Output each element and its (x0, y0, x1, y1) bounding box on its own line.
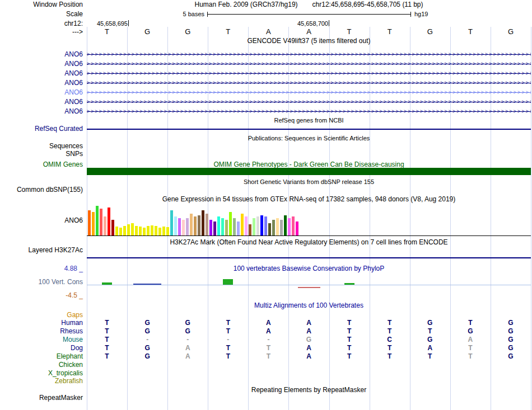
gtex-tissue-bar[interactable] (139, 227, 142, 235)
gencode-transcript-label[interactable]: ANO6 (0, 79, 83, 87)
gtex-tissue-bar[interactable] (92, 212, 95, 235)
gtex-tissue-bar[interactable] (264, 216, 267, 235)
gtex-tissue-bar[interactable] (217, 216, 220, 235)
gtex-tissue-bar[interactable] (237, 222, 240, 235)
gencode-transcript-label[interactable]: ANO6 (0, 70, 83, 77)
gtex-tissue-bar[interactable] (178, 218, 181, 235)
gencode-transcript[interactable]: >>>>>>>>>>>>>>>>>>>>>>>>>>>>>>>>>>>>>>>>… (87, 90, 531, 95)
refseq-curated-label[interactable]: RefSeq Curated (0, 125, 83, 133)
alignment-base: G (185, 328, 190, 335)
gtex-tissue-bar[interactable] (245, 216, 248, 235)
gtex-tissue-bar[interactable] (162, 227, 165, 235)
h3k27ac-label[interactable]: Layered H3K27Ac (0, 247, 83, 254)
gtex-tissue-bar[interactable] (143, 228, 146, 235)
species-label-human[interactable]: Human (0, 319, 83, 327)
gtex-tissue-bar[interactable] (284, 215, 287, 235)
gencode-track-title[interactable]: GENCODE V49lift37 (5 items filtered out) (87, 37, 531, 45)
gtex-tissue-bar[interactable] (155, 226, 157, 235)
gtex-tissue-bar[interactable] (296, 222, 298, 235)
gtex-tissue-bar[interactable] (280, 220, 283, 235)
species-label-mouse[interactable]: Mouse (0, 336, 83, 343)
gtex-tissue-bar[interactable] (166, 227, 169, 235)
gtex-tissue-bar[interactable] (198, 215, 200, 235)
gtex-tissue-bar[interactable] (206, 214, 208, 235)
gtex-tissue-bar[interactable] (249, 224, 251, 235)
gtex-track-title[interactable]: Gene Expression in 54 tissues from GTEx … (87, 196, 531, 203)
gtex-tissue-bar[interactable] (194, 216, 197, 235)
repeatmasker-label[interactable]: RepeatMasker (0, 394, 83, 402)
gencode-transcript[interactable]: >>>>>>>>>>>>>>>>>>>>>>>>>>>>>>>>>>>>>>>>… (87, 71, 531, 76)
gtex-tissue-bar[interactable] (253, 218, 255, 235)
publications-track-title[interactable]: Publications: Sequences in Scientific Ar… (87, 135, 531, 142)
gtex-tissue-bar[interactable] (276, 218, 279, 235)
gtex-tissue-bar[interactable] (88, 210, 91, 235)
repeatmasker-track-title[interactable]: Repeating Elements by RepeatMasker (87, 387, 531, 394)
gtex-tissue-bar[interactable] (233, 218, 236, 235)
sequences-label[interactable]: Sequences (0, 143, 83, 150)
phylop-track-title[interactable]: 100 vertebrates Basewise Conservation by… (87, 265, 531, 272)
gtex-tissue-bar[interactable] (131, 223, 134, 235)
gtex-tissue-bar[interactable] (147, 226, 150, 235)
gtex-gene-label[interactable]: ANO6 (0, 217, 83, 224)
gencode-transcript-label[interactable]: ANO6 (0, 60, 83, 68)
gtex-tissue-bar[interactable] (158, 228, 161, 235)
gtex-tissue-bar[interactable] (108, 208, 110, 235)
omim-genes-label[interactable]: OMIM Genes (0, 161, 83, 168)
gtex-tissue-bar[interactable] (123, 226, 126, 235)
gencode-transcript[interactable]: >>>>>>>>>>>>>>>>>>>>>>>>>>>>>>>>>>>>>>>>… (87, 109, 531, 114)
assembly-title: Human Feb. 2009 (GRCh37/hg19) (194, 1, 297, 8)
gtex-tissue-bar[interactable] (119, 228, 122, 235)
gtex-tissue-bar[interactable] (202, 210, 204, 235)
gtex-tissue-bar[interactable] (229, 212, 232, 235)
gencode-transcript[interactable]: >>>>>>>>>>>>>>>>>>>>>>>>>>>>>>>>>>>>>>>>… (87, 52, 531, 57)
species-label-chicken[interactable]: Chicken (0, 361, 83, 369)
gtex-tissue-bar[interactable] (241, 214, 244, 235)
gencode-transcript-label[interactable]: ANO6 (0, 98, 83, 106)
gtex-tissue-bar[interactable] (272, 220, 275, 235)
gtex-tissue-bar[interactable] (256, 216, 259, 235)
gencode-transcript[interactable]: >>>>>>>>>>>>>>>>>>>>>>>>>>>>>>>>>>>>>>>>… (87, 81, 531, 86)
gtex-tissue-bar[interactable] (96, 206, 99, 235)
gtex-tissue-bar[interactable] (213, 222, 216, 235)
multiz-track-title[interactable]: Multiz Alignments of 100 Vertebrates (87, 302, 531, 309)
gtex-tissue-bar[interactable] (260, 215, 263, 235)
gtex-tissue-bar[interactable] (100, 209, 102, 235)
gtex-tissue-bar[interactable] (288, 218, 291, 235)
gtex-tissue-bar[interactable] (268, 223, 271, 235)
gtex-tissue-bar[interactable] (111, 220, 114, 235)
gtex-tissue-bar[interactable] (127, 224, 130, 235)
gtex-tissue-bar[interactable] (182, 220, 185, 235)
gtex-tissue-bar[interactable] (115, 227, 118, 235)
gtex-tissue-bar[interactable] (221, 218, 224, 235)
gencode-transcript-label[interactable]: ANO6 (0, 51, 83, 58)
h3k27ac-track-title[interactable]: H3K27Ac Mark (Often Found Near Active Re… (87, 239, 531, 246)
gtex-tissue-bar[interactable] (174, 216, 177, 235)
gtex-tissue-bar[interactable] (292, 216, 295, 235)
refseq-track-title[interactable]: RefSeq genes from NCBI (87, 117, 531, 124)
dbsnp-label[interactable]: Common dbSNP(155) (0, 186, 83, 194)
gencode-transcript[interactable]: >>>>>>>>>>>>>>>>>>>>>>>>>>>>>>>>>>>>>>>>… (87, 62, 531, 67)
gencode-transcript-label[interactable]: ANO6 (0, 108, 83, 115)
gtex-tissue-bar[interactable] (170, 210, 173, 235)
refseq-gene-bar[interactable] (87, 129, 531, 130)
dbsnp-track-title[interactable]: Short Genetic Variants from dbSNP releas… (87, 178, 531, 186)
gtex-tissue-bar[interactable] (104, 216, 106, 235)
gtex-tissue-bar[interactable] (186, 218, 189, 235)
species-label-gaps[interactable]: Gaps (0, 312, 83, 319)
species-label-x_tropicalis[interactable]: X_tropicalis (0, 370, 83, 377)
species-label-dog[interactable]: Dog (0, 345, 83, 352)
gtex-tissue-bar[interactable] (225, 220, 228, 235)
omim-gene-bar[interactable] (87, 168, 531, 175)
gencode-transcript-label[interactable]: ANO6 (0, 89, 83, 96)
alignment-base: A (266, 319, 271, 327)
gtex-tissue-bar[interactable] (209, 220, 212, 235)
species-label-elephant[interactable]: Elephant (0, 353, 83, 360)
gencode-transcript[interactable]: >>>>>>>>>>>>>>>>>>>>>>>>>>>>>>>>>>>>>>>>… (87, 100, 531, 105)
gtex-tissue-bar[interactable] (190, 214, 193, 235)
gtex-tissue-bar[interactable] (151, 225, 153, 235)
snps-label[interactable]: SNPs (0, 150, 83, 158)
gtex-tissue-bar[interactable] (135, 226, 138, 235)
species-label-zebrafish[interactable]: Zebrafish (0, 378, 83, 385)
phylop-track-label[interactable]: 100 Vert. Cons (0, 279, 83, 286)
species-label-rhesus[interactable]: Rhesus (0, 328, 83, 335)
